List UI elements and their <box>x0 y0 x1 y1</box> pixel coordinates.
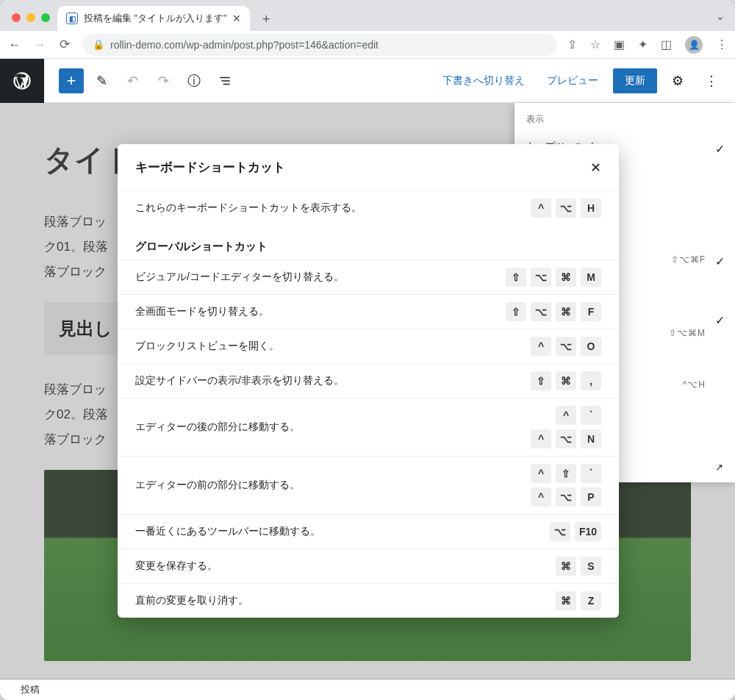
shortcut-row: エディターの後の部分に移動する。^`^⌥N <box>118 398 619 456</box>
shortcut-keys: ⌘Z <box>556 591 601 610</box>
shortcut-row: 変更を保存する。⌘S <box>118 549 619 583</box>
bookmark-icon[interactable]: ☆ <box>590 38 600 51</box>
shortcut-row: 全画面モードを切り替える。⇧⌥⌘F <box>118 294 619 329</box>
shortcut-row: ブロックリストビューを開く。^⌥O <box>118 329 619 363</box>
close-icon[interactable]: ✕ <box>590 160 601 176</box>
url-input[interactable]: 🔒 rollin-demo.com/wp-admin/post.php?post… <box>82 34 557 56</box>
tabs-dropdown-icon[interactable]: ⌄ <box>716 10 725 22</box>
check-icon: ✓ <box>715 253 725 271</box>
shortcut-row: ビジュアル/コードエディターを切り替える。⇧⌥⌘M <box>118 260 619 294</box>
url-text: rollin-demo.com/wp-admin/post.php?post=1… <box>110 39 379 51</box>
editor-top-bar: + ✎ ↶ ↷ ⓘ 下書きへ切り替え プレビュー 更新 ⚙ ⋮ <box>0 59 735 103</box>
wordpress-logo[interactable] <box>0 59 44 103</box>
browser-window: ◧ 投稿を編集 "タイトルが入ります" ✕ + ⌄ ← → ⟳ 🔒 rollin… <box>0 0 735 700</box>
shortcut-keys: ^⌥O <box>531 337 601 356</box>
external-link-icon: ↗ <box>715 460 723 475</box>
editor-toolbar-right: 下書きへ切り替え プレビュー 更新 ⚙ ⋮ <box>435 68 735 94</box>
editor-toolbar-left: + ✎ ↶ ↷ ⓘ <box>44 68 238 94</box>
switch-draft-link[interactable]: 下書きへ切り替え <box>435 70 532 92</box>
browser-tab[interactable]: ◧ 投稿を編集 "タイトルが入ります" ✕ <box>57 6 250 31</box>
toolbar-right: ⇪ ☆ ▣ ✦ ◫ 👤 ⋮ <box>567 36 728 54</box>
browser-menu-icon[interactable]: ⋮ <box>716 38 728 51</box>
tab-close-icon[interactable]: ✕ <box>232 12 241 24</box>
shortcut-keys: ⇧⌘, <box>531 371 601 390</box>
redo-button: ↷ <box>150 68 176 94</box>
shortcut-row: エディターの前の部分に移動する。^⇧`^⌥P <box>118 456 619 514</box>
shortcut-keys: ^⌥H <box>531 199 601 218</box>
extensions-icon[interactable]: ✦ <box>638 38 648 51</box>
preview-link[interactable]: プレビュー <box>539 70 606 92</box>
forward-button: → <box>32 38 47 52</box>
options-menu-button[interactable]: ⋮ <box>698 68 725 94</box>
undo-button: ↶ <box>119 68 146 94</box>
shortcut-row: これらのキーボードショートカットを表示する。 ^⌥H <box>118 190 619 225</box>
breadcrumb[interactable]: 投稿 <box>21 684 40 696</box>
shortcut-row: 設定サイドバーの表示/非表示を切り替える。⇧⌘, <box>118 363 619 398</box>
keyboard-shortcuts-modal: キーボードショートカット ✕ これらのキーボードショートカットを表示する。 ^⌥… <box>118 144 619 618</box>
camera-icon[interactable]: ▣ <box>614 38 625 51</box>
shortcut-keys: ^`^⌥N <box>531 406 601 449</box>
block-inserter-button[interactable]: + <box>59 68 84 93</box>
options-section-label: 表示 <box>514 103 735 132</box>
shortcut-keys: ⌘S <box>556 557 601 576</box>
editor-footer: 投稿 <box>0 679 735 700</box>
reload-button[interactable]: ⟳ <box>57 37 72 52</box>
minimize-window-icon[interactable] <box>26 13 35 22</box>
shortcut-keys: ⌥F10 <box>550 522 601 541</box>
maximize-window-icon[interactable] <box>41 13 50 22</box>
shortcut-keys: ^⇧`^⌥P <box>531 464 601 507</box>
shortcut-keys: ⇧⌥⌘M <box>506 268 601 287</box>
shortcut-row: 直前の変更を取り消す。⌘Z <box>118 583 619 618</box>
window-controls <box>7 13 57 31</box>
edit-tool-icon[interactable]: ✎ <box>88 68 115 94</box>
tab-title: 投稿を編集 "タイトルが入ります" <box>84 12 226 25</box>
settings-button[interactable]: ⚙ <box>664 68 691 94</box>
modal-title: キーボードショートカット <box>135 159 285 176</box>
profile-avatar[interactable]: 👤 <box>685 36 703 54</box>
share-icon[interactable]: ⇪ <box>567 38 577 51</box>
section-title: グローバルショートカット <box>118 225 619 260</box>
shortcut-keys: ⇧⌥⌘F <box>506 302 601 321</box>
page-viewport: + ✎ ↶ ↷ ⓘ 下書きへ切り替え プレビュー 更新 ⚙ ⋮ タイト 段落ブロ… <box>0 59 735 700</box>
tab-strip: ◧ 投稿を編集 "タイトルが入ります" ✕ + ⌄ <box>0 0 735 31</box>
publish-button[interactable]: 更新 <box>613 68 657 93</box>
address-bar: ← → ⟳ 🔒 rollin-demo.com/wp-admin/post.ph… <box>0 31 735 59</box>
side-panel-icon[interactable]: ◫ <box>661 38 672 51</box>
back-button[interactable]: ← <box>7 38 22 52</box>
lock-icon: 🔒 <box>93 39 104 50</box>
shortcut-row: 一番近くにあるツールバーに移動する。⌥F10 <box>118 514 619 549</box>
modal-header: キーボードショートカット ✕ <box>118 144 619 190</box>
list-view-button[interactable] <box>212 68 238 94</box>
new-tab-button[interactable]: + <box>256 9 276 29</box>
favicon-icon: ◧ <box>66 12 78 24</box>
check-icon: ✓ <box>715 140 725 158</box>
info-button[interactable]: ⓘ <box>181 68 207 94</box>
close-window-icon[interactable] <box>12 13 21 22</box>
